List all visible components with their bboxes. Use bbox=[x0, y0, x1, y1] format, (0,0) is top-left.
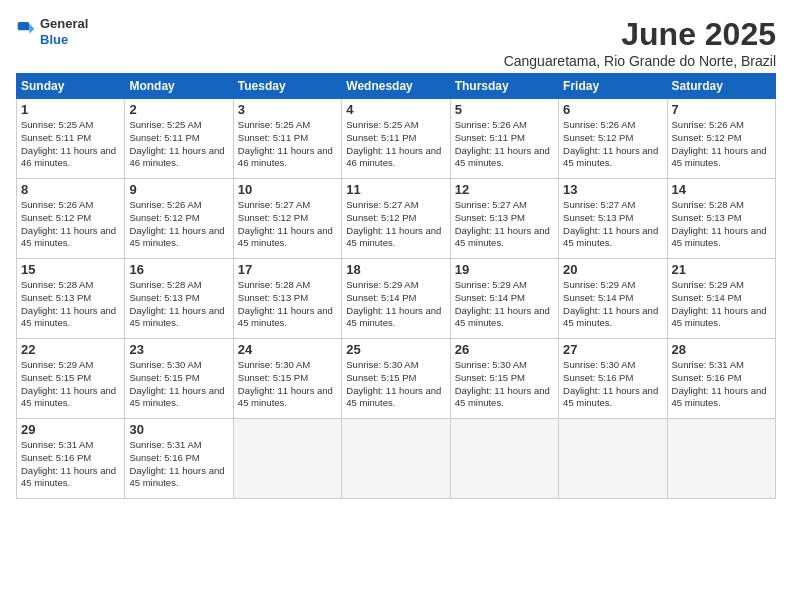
day-number: 18 bbox=[346, 262, 445, 277]
calendar-cell bbox=[233, 419, 341, 499]
day-info: Sunrise: 5:31 AMSunset: 5:16 PMDaylight:… bbox=[21, 439, 120, 490]
calendar-cell: 20 Sunrise: 5:29 AMSunset: 5:14 PMDaylig… bbox=[559, 259, 667, 339]
day-info: Sunrise: 5:27 AMSunset: 5:13 PMDaylight:… bbox=[455, 199, 554, 250]
calendar-week-2: 8 Sunrise: 5:26 AMSunset: 5:12 PMDayligh… bbox=[17, 179, 776, 259]
day-info: Sunrise: 5:26 AMSunset: 5:12 PMDaylight:… bbox=[129, 199, 228, 250]
day-number: 16 bbox=[129, 262, 228, 277]
weekday-header-saturday: Saturday bbox=[667, 74, 775, 99]
calendar-cell: 7 Sunrise: 5:26 AMSunset: 5:12 PMDayligh… bbox=[667, 99, 775, 179]
calendar-cell: 15 Sunrise: 5:28 AMSunset: 5:13 PMDaylig… bbox=[17, 259, 125, 339]
day-info: Sunrise: 5:29 AMSunset: 5:14 PMDaylight:… bbox=[346, 279, 445, 330]
day-number: 2 bbox=[129, 102, 228, 117]
day-info: Sunrise: 5:28 AMSunset: 5:13 PMDaylight:… bbox=[238, 279, 337, 330]
weekday-header-row: SundayMondayTuesdayWednesdayThursdayFrid… bbox=[17, 74, 776, 99]
svg-marker-1 bbox=[29, 23, 34, 33]
calendar-cell bbox=[559, 419, 667, 499]
day-info: Sunrise: 5:30 AMSunset: 5:15 PMDaylight:… bbox=[238, 359, 337, 410]
day-info: Sunrise: 5:30 AMSunset: 5:15 PMDaylight:… bbox=[129, 359, 228, 410]
day-number: 13 bbox=[563, 182, 662, 197]
calendar-cell bbox=[450, 419, 558, 499]
day-number: 9 bbox=[129, 182, 228, 197]
calendar-cell: 13 Sunrise: 5:27 AMSunset: 5:13 PMDaylig… bbox=[559, 179, 667, 259]
weekday-header-wednesday: Wednesday bbox=[342, 74, 450, 99]
day-number: 26 bbox=[455, 342, 554, 357]
calendar-cell: 12 Sunrise: 5:27 AMSunset: 5:13 PMDaylig… bbox=[450, 179, 558, 259]
calendar-cell: 21 Sunrise: 5:29 AMSunset: 5:14 PMDaylig… bbox=[667, 259, 775, 339]
weekday-header-thursday: Thursday bbox=[450, 74, 558, 99]
day-info: Sunrise: 5:29 AMSunset: 5:14 PMDaylight:… bbox=[563, 279, 662, 330]
calendar-cell: 22 Sunrise: 5:29 AMSunset: 5:15 PMDaylig… bbox=[17, 339, 125, 419]
day-number: 7 bbox=[672, 102, 771, 117]
day-number: 29 bbox=[21, 422, 120, 437]
calendar-cell: 27 Sunrise: 5:30 AMSunset: 5:16 PMDaylig… bbox=[559, 339, 667, 419]
calendar-cell: 4 Sunrise: 5:25 AMSunset: 5:11 PMDayligh… bbox=[342, 99, 450, 179]
day-info: Sunrise: 5:29 AMSunset: 5:14 PMDaylight:… bbox=[672, 279, 771, 330]
calendar-cell: 29 Sunrise: 5:31 AMSunset: 5:16 PMDaylig… bbox=[17, 419, 125, 499]
weekday-header-friday: Friday bbox=[559, 74, 667, 99]
day-info: Sunrise: 5:26 AMSunset: 5:12 PMDaylight:… bbox=[672, 119, 771, 170]
day-number: 19 bbox=[455, 262, 554, 277]
calendar-week-3: 15 Sunrise: 5:28 AMSunset: 5:13 PMDaylig… bbox=[17, 259, 776, 339]
calendar-cell bbox=[667, 419, 775, 499]
day-number: 25 bbox=[346, 342, 445, 357]
day-info: Sunrise: 5:30 AMSunset: 5:16 PMDaylight:… bbox=[563, 359, 662, 410]
day-info: Sunrise: 5:30 AMSunset: 5:15 PMDaylight:… bbox=[346, 359, 445, 410]
day-info: Sunrise: 5:27 AMSunset: 5:12 PMDaylight:… bbox=[346, 199, 445, 250]
day-info: Sunrise: 5:28 AMSunset: 5:13 PMDaylight:… bbox=[129, 279, 228, 330]
subtitle: Canguaretama, Rio Grande do Norte, Brazi… bbox=[504, 53, 776, 69]
day-number: 4 bbox=[346, 102, 445, 117]
day-number: 22 bbox=[21, 342, 120, 357]
day-number: 10 bbox=[238, 182, 337, 197]
day-number: 6 bbox=[563, 102, 662, 117]
day-info: Sunrise: 5:25 AMSunset: 5:11 PMDaylight:… bbox=[21, 119, 120, 170]
calendar-week-5: 29 Sunrise: 5:31 AMSunset: 5:16 PMDaylig… bbox=[17, 419, 776, 499]
calendar-cell: 3 Sunrise: 5:25 AMSunset: 5:11 PMDayligh… bbox=[233, 99, 341, 179]
day-number: 27 bbox=[563, 342, 662, 357]
day-info: Sunrise: 5:26 AMSunset: 5:11 PMDaylight:… bbox=[455, 119, 554, 170]
day-number: 1 bbox=[21, 102, 120, 117]
calendar-cell: 25 Sunrise: 5:30 AMSunset: 5:15 PMDaylig… bbox=[342, 339, 450, 419]
day-info: Sunrise: 5:31 AMSunset: 5:16 PMDaylight:… bbox=[672, 359, 771, 410]
day-info: Sunrise: 5:27 AMSunset: 5:12 PMDaylight:… bbox=[238, 199, 337, 250]
logo: General Blue bbox=[16, 16, 88, 47]
day-info: Sunrise: 5:29 AMSunset: 5:15 PMDaylight:… bbox=[21, 359, 120, 410]
calendar-week-4: 22 Sunrise: 5:29 AMSunset: 5:15 PMDaylig… bbox=[17, 339, 776, 419]
day-number: 24 bbox=[238, 342, 337, 357]
day-info: Sunrise: 5:31 AMSunset: 5:16 PMDaylight:… bbox=[129, 439, 228, 490]
calendar-cell: 6 Sunrise: 5:26 AMSunset: 5:12 PMDayligh… bbox=[559, 99, 667, 179]
day-info: Sunrise: 5:25 AMSunset: 5:11 PMDaylight:… bbox=[346, 119, 445, 170]
day-number: 30 bbox=[129, 422, 228, 437]
day-info: Sunrise: 5:27 AMSunset: 5:13 PMDaylight:… bbox=[563, 199, 662, 250]
day-number: 11 bbox=[346, 182, 445, 197]
calendar-cell bbox=[342, 419, 450, 499]
day-info: Sunrise: 5:25 AMSunset: 5:11 PMDaylight:… bbox=[238, 119, 337, 170]
calendar-cell: 16 Sunrise: 5:28 AMSunset: 5:13 PMDaylig… bbox=[125, 259, 233, 339]
day-number: 28 bbox=[672, 342, 771, 357]
month-title: June 2025 bbox=[504, 16, 776, 53]
weekday-header-tuesday: Tuesday bbox=[233, 74, 341, 99]
day-number: 21 bbox=[672, 262, 771, 277]
day-number: 14 bbox=[672, 182, 771, 197]
day-info: Sunrise: 5:28 AMSunset: 5:13 PMDaylight:… bbox=[672, 199, 771, 250]
day-info: Sunrise: 5:25 AMSunset: 5:11 PMDaylight:… bbox=[129, 119, 228, 170]
logo-blue: Blue bbox=[40, 32, 88, 48]
calendar-cell: 26 Sunrise: 5:30 AMSunset: 5:15 PMDaylig… bbox=[450, 339, 558, 419]
calendar-week-1: 1 Sunrise: 5:25 AMSunset: 5:11 PMDayligh… bbox=[17, 99, 776, 179]
calendar-cell: 28 Sunrise: 5:31 AMSunset: 5:16 PMDaylig… bbox=[667, 339, 775, 419]
calendar-cell: 19 Sunrise: 5:29 AMSunset: 5:14 PMDaylig… bbox=[450, 259, 558, 339]
weekday-header-sunday: Sunday bbox=[17, 74, 125, 99]
calendar-cell: 24 Sunrise: 5:30 AMSunset: 5:15 PMDaylig… bbox=[233, 339, 341, 419]
logo-general: General bbox=[40, 16, 88, 32]
calendar-cell: 1 Sunrise: 5:25 AMSunset: 5:11 PMDayligh… bbox=[17, 99, 125, 179]
header: General Blue June 2025 Canguaretama, Rio… bbox=[16, 16, 776, 69]
day-number: 15 bbox=[21, 262, 120, 277]
weekday-header-monday: Monday bbox=[125, 74, 233, 99]
title-block: June 2025 Canguaretama, Rio Grande do No… bbox=[504, 16, 776, 69]
day-info: Sunrise: 5:30 AMSunset: 5:15 PMDaylight:… bbox=[455, 359, 554, 410]
calendar-cell: 17 Sunrise: 5:28 AMSunset: 5:13 PMDaylig… bbox=[233, 259, 341, 339]
day-number: 20 bbox=[563, 262, 662, 277]
day-number: 23 bbox=[129, 342, 228, 357]
logo-text: General Blue bbox=[40, 16, 88, 47]
calendar-cell: 23 Sunrise: 5:30 AMSunset: 5:15 PMDaylig… bbox=[125, 339, 233, 419]
calendar-cell: 10 Sunrise: 5:27 AMSunset: 5:12 PMDaylig… bbox=[233, 179, 341, 259]
